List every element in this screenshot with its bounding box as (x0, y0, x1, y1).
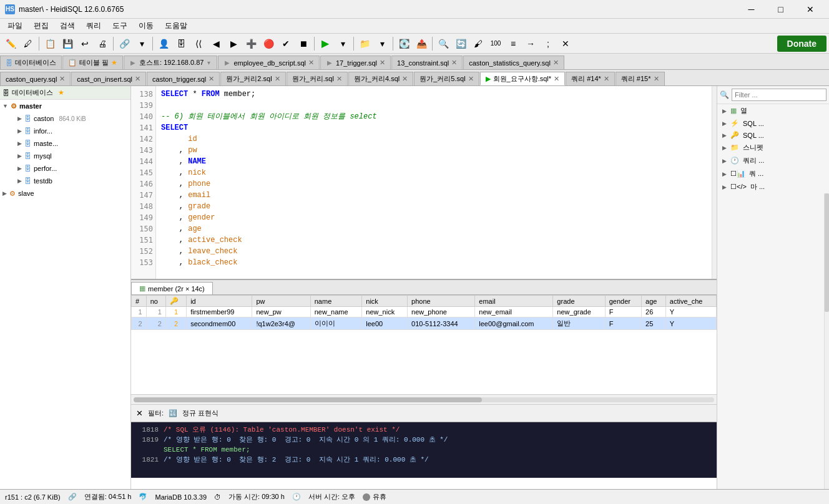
code-textarea[interactable]: SELECT * FROM member; -- 6) 회원 테이블에서 회원 … (156, 86, 712, 279)
scrollbar-thumb[interactable] (134, 397, 482, 402)
tb-next[interactable]: ▶ (225, 36, 242, 52)
tab-employee-close[interactable]: ✕ (308, 59, 314, 67)
sidebar-item-infor[interactable]: ▶ 🗄 infor... (0, 125, 130, 137)
tb-connect[interactable]: 🔗 (116, 36, 132, 52)
tb-play[interactable]: ▶ (317, 36, 333, 52)
panel-item-snippet[interactable]: ▶ 📁 스니펫 (717, 141, 829, 154)
tab-trigger17-close[interactable]: ✕ (380, 59, 385, 67)
tab-cast-insert-close[interactable]: ✕ (135, 75, 140, 83)
tab-query5[interactable]: 뭔가_커리5.sql ✕ (414, 72, 479, 85)
tab-query1[interactable]: 뭔가_커리.sql ✕ (287, 72, 348, 85)
menu-edit[interactable]: 편집 (29, 19, 54, 32)
table-row[interactable]: 1 1 1 firstmember99 new_pw new_name new_… (132, 307, 717, 317)
menu-query[interactable]: 쿼리 (81, 19, 106, 32)
tab-trigger17[interactable]: ▶ 17_trigger.sql ✕ (320, 56, 391, 69)
tab-constraint13[interactable]: 13_constraint.sql ✕ (391, 56, 463, 69)
sidebar-item-perfor[interactable]: ▶ 🗄 perfor... (0, 162, 130, 175)
tb-import[interactable]: 📤 (413, 36, 429, 52)
tab-employee[interactable]: ▶ employee_db_script.sql ✕ (218, 56, 320, 69)
tb-new[interactable]: ✏️ (2, 36, 19, 52)
tb-arrow-right[interactable]: → (522, 36, 539, 52)
tab-caston-stats[interactable]: caston_statistics_query.sql ✕ (463, 56, 564, 69)
menu-tools[interactable]: 도구 (107, 19, 132, 32)
menu-file[interactable]: 파일 (2, 19, 27, 32)
donate-button[interactable]: Donate (777, 36, 827, 52)
panel-item-sql1[interactable]: ▶ ⚡ SQL ... (717, 117, 829, 129)
tab-query5-close[interactable]: ✕ (468, 75, 474, 83)
editor-scrollbar[interactable] (712, 86, 717, 279)
sidebar-item-maste[interactable]: ▶ 🗄 maste... (0, 137, 130, 150)
result-table-container[interactable]: # no 🔑 id pw name nick phone email grade… (131, 295, 717, 394)
sidebar-item-testdb[interactable]: ▶ 🗄 testdb (0, 175, 130, 187)
tab-db[interactable]: 🗄 데이터베이스 (0, 56, 62, 69)
tb-search[interactable]: 🔍 (435, 36, 451, 52)
tb-prev[interactable]: ◀ (208, 36, 224, 52)
tab-query4[interactable]: 뭔가_커리4.sql ✕ (348, 72, 413, 85)
tab-caston-query[interactable]: caston_query.sql ✕ (0, 72, 71, 85)
tab-cast-insert[interactable]: cast_on_insert.sql ✕ (71, 72, 146, 85)
tb-undo[interactable]: ↩ (77, 36, 93, 52)
tab-query14[interactable]: 쿼리 #14* ✕ (566, 72, 615, 85)
tb-arrow-left[interactable]: ⟨⟨ (190, 36, 207, 52)
tb-folder[interactable]: 📁 (356, 36, 373, 52)
maximize-button[interactable]: □ (767, 0, 795, 19)
tab-query2-close[interactable]: ✕ (275, 75, 280, 83)
horizontal-scrollbar[interactable] (131, 394, 717, 404)
tab-constraint13-close[interactable]: ✕ (451, 59, 457, 67)
panel-item-col[interactable]: ▶ ▦ 열 (717, 104, 829, 117)
tb-floppy[interactable]: 💽 (396, 36, 412, 52)
tb-save[interactable]: 💾 (59, 36, 76, 52)
tab-caston-trigger[interactable]: caston_trigger.sql ✕ (147, 72, 220, 85)
tb-cancel[interactable]: 🔴 (260, 36, 277, 52)
tab-member-req-close[interactable]: ✕ (554, 75, 559, 83)
right-panel-scrollbar-thumb[interactable] (825, 193, 829, 312)
menu-search[interactable]: 검색 (55, 19, 80, 32)
tb-check[interactable]: ✔ (278, 36, 294, 52)
tb-add[interactable]: ➕ (243, 36, 259, 52)
close-button[interactable]: ✕ (796, 0, 824, 19)
menu-navigate[interactable]: 이동 (134, 19, 159, 32)
tab-caston-stats-close[interactable]: ✕ (553, 59, 559, 67)
tb-print[interactable]: 🖨 (94, 36, 110, 52)
tab-host[interactable]: ▶ 호스트: 192.168.0.87 ▾ (124, 56, 217, 69)
tb-refresh[interactable]: 🔄 (453, 36, 469, 52)
result-tab-member[interactable]: ▦ member (2r × 14c) (131, 282, 213, 294)
sidebar-item-master[interactable]: ▼ ⚙ master (0, 100, 130, 112)
tb-db[interactable]: 🗄 (173, 36, 189, 52)
tb-pen[interactable]: 🖊 (20, 36, 36, 52)
tab-caston-query-close[interactable]: ✕ (59, 75, 65, 83)
tab-caston-trigger-close[interactable]: ✕ (208, 75, 214, 83)
tab-member-req[interactable]: ▶ 회원_요구사항.sql* ✕ (480, 72, 566, 85)
tb-connect-arrow[interactable]: ▾ (134, 36, 150, 52)
sidebar-item-caston[interactable]: ▶ 🗄 caston 864.0 KiB (0, 112, 130, 125)
filter-clear-button[interactable]: ✕ (136, 409, 143, 418)
tab-query15[interactable]: 쿼리 #15* ✕ (616, 72, 665, 85)
sidebar-item-slave[interactable]: ▶ ⚙ slave (0, 187, 130, 200)
menu-help[interactable]: 도움말 (160, 19, 192, 32)
tab-query14-close[interactable]: ✕ (604, 75, 609, 83)
panel-item-sql2[interactable]: ▶ 🔑 SQL ... (717, 129, 829, 141)
tab-query15-close[interactable]: ✕ (654, 75, 659, 83)
tab-query2[interactable]: 뭔가_커리2.sql ✕ (220, 72, 285, 85)
minimize-button[interactable]: ─ (737, 0, 765, 19)
tb-close-x[interactable]: ✕ (557, 36, 574, 52)
tb-brush[interactable]: 🖌 (470, 36, 486, 52)
panel-item-query[interactable]: ▶ 🕐 쿼리 ... (717, 154, 829, 167)
tb-format[interactable]: ≡ (505, 36, 521, 52)
panel-item-chart[interactable]: ▶ ☐📊 쿼 ... (717, 167, 829, 180)
tab-tablefilter[interactable]: 📋 테이블 필 ★ (62, 56, 123, 69)
right-panel-scrollbar[interactable] (824, 193, 829, 489)
tb-stop[interactable]: ⏹ (295, 36, 311, 52)
filter-input[interactable] (732, 89, 827, 101)
tb-play-arrow[interactable]: ▾ (335, 36, 351, 52)
table-row[interactable]: 2 2 2 secondmem00 !q1w2e3r4@ 이이이 lee00 0… (132, 317, 717, 330)
scrollbar-track[interactable] (134, 397, 714, 402)
tb-user[interactable]: 👤 (155, 36, 172, 52)
tab-query1-close[interactable]: ✕ (336, 75, 342, 83)
tab-query4-close[interactable]: ✕ (402, 75, 408, 83)
tb-counter[interactable]: 100 (488, 36, 504, 52)
tb-copy[interactable]: 📋 (42, 36, 58, 52)
tb-folder-arrow[interactable]: ▾ (374, 36, 390, 52)
tb-semicolon[interactable]: ; (540, 36, 556, 52)
sidebar-item-mysql[interactable]: ▶ 🗄 mysql (0, 150, 130, 162)
